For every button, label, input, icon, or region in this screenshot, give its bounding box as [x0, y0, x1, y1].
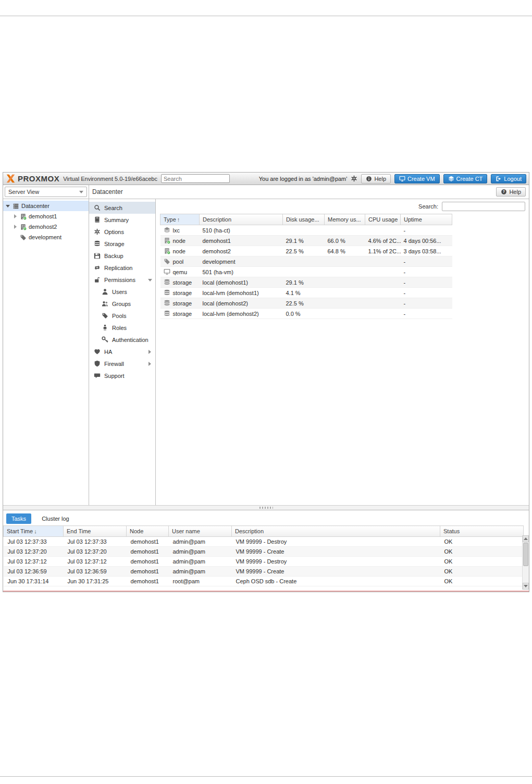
expander-icon[interactable]: [13, 214, 18, 218]
column-header-description[interactable]: Description: [200, 214, 283, 225]
resource-row-local-lvm-demohost1[interactable]: storage local-lvm (demohost1) 4.1 % -: [160, 288, 452, 298]
resource-row-demohost2[interactable]: node demohost2 22.5 % 64.8 % 1.1% of 2C.…: [160, 246, 452, 256]
column-header-disk-usage[interactable]: Disk usage...: [283, 214, 325, 225]
storage-icon: [94, 240, 101, 247]
column-header-node[interactable]: Node: [127, 526, 169, 537]
roles-icon: [102, 324, 108, 331]
page-bottom-rule: [0, 776, 532, 777]
resource-row-demohost1[interactable]: node demohost1 29.1 % 66.0 % 4.6% of 2C.…: [160, 236, 452, 246]
tasks-panel: TasksCluster log Start Time↓ End Time No…: [3, 510, 529, 592]
global-search-input[interactable]: [161, 174, 230, 183]
nav-item-backup[interactable]: Backup: [89, 250, 155, 262]
nav-item-users[interactable]: Users: [89, 286, 155, 298]
create-ct-button[interactable]: Create CT: [443, 174, 488, 183]
node-icon: [164, 248, 170, 254]
resource-table-header: Type↑ Description Disk usage... Memory u…: [160, 214, 452, 225]
tree-item-datacenter[interactable]: Datacenter: [3, 201, 89, 211]
backup-icon: [94, 252, 101, 259]
sort-ascending-icon: ↑: [177, 216, 180, 223]
panel-title-bar: Datacenter ? Help: [89, 185, 529, 199]
column-header-cpu-usage[interactable]: CPU usage: [365, 214, 401, 225]
svg-text:?: ?: [503, 190, 505, 194]
task-row[interactable]: Jul 03 12:36:59 Jul 03 12:36:59 demohost…: [4, 567, 524, 577]
nav-item-summary[interactable]: Summary: [89, 214, 155, 226]
resource-row-501-ha-vm[interactable]: qemu 501 (ha-vm) -: [160, 267, 452, 277]
datacenter-panel: Datacenter ? Help Search Summary: [89, 185, 529, 505]
tasks-scrollbar[interactable]: [522, 535, 529, 590]
column-header-description[interactable]: Description: [232, 526, 440, 537]
resource-row-local-lvm-demohost2[interactable]: storage local-lvm (demohost2) 0.0 % -: [160, 309, 452, 319]
scrollbar-thumb[interactable]: [523, 543, 528, 566]
column-header-type[interactable]: Type↑: [160, 214, 200, 225]
page-top-rule: [0, 16, 532, 16]
tasks-table-header: Start Time↓ End Time Node User name Desc…: [4, 526, 524, 537]
main-area: Server View Datacenter demohost1: [3, 185, 529, 505]
nav-item-support[interactable]: Support: [89, 370, 155, 382]
login-status-text: You are logged in as 'admin@pam': [259, 176, 348, 182]
datacenter-icon: [13, 203, 19, 210]
tree-item-demohost1[interactable]: demohost1: [3, 211, 89, 222]
tree-item-demohost2[interactable]: demohost2: [3, 222, 89, 232]
horizontal-splitter[interactable]: [3, 505, 529, 510]
resource-row-development[interactable]: pool development -: [160, 256, 452, 267]
nav-item-roles[interactable]: Roles: [89, 322, 155, 334]
node-icon: [164, 237, 170, 244]
nav-item-pools[interactable]: Pools: [89, 310, 155, 322]
scroll-down-button[interactable]: [523, 583, 529, 590]
gear-icon[interactable]: [351, 175, 357, 182]
nav-item-groups[interactable]: Groups: [89, 298, 155, 310]
search-icon: [94, 204, 101, 211]
nav-item-permissions[interactable]: Permissions: [89, 274, 155, 286]
column-header-memory-usage[interactable]: Memory us...: [325, 214, 365, 225]
resource-search-input[interactable]: [442, 202, 525, 211]
nav-item-replication[interactable]: Replication: [89, 262, 155, 274]
nav-item-options[interactable]: Options: [89, 226, 155, 238]
ha-icon: [94, 348, 101, 355]
sort-descending-icon: ↓: [34, 528, 37, 534]
scroll-up-button[interactable]: [523, 535, 529, 542]
nav-item-storage[interactable]: Storage: [89, 238, 155, 250]
column-header-end-time[interactable]: End Time: [64, 526, 127, 537]
column-header-status[interactable]: Status: [440, 526, 524, 537]
groups-icon: [102, 300, 108, 307]
nav-item-authentication[interactable]: Authentication: [89, 334, 155, 346]
column-header-uptime[interactable]: Uptime: [401, 214, 452, 225]
column-header-start-time[interactable]: Start Time↓: [4, 526, 64, 537]
storage-icon: [164, 279, 170, 286]
expander-icon[interactable]: [13, 225, 18, 229]
help-button[interactable]: Help: [361, 174, 391, 183]
nav-item-firewall[interactable]: Firewall: [89, 358, 155, 370]
cube-icon: [448, 176, 454, 182]
create-vm-button[interactable]: Create VM: [394, 174, 440, 183]
resource-row-local-demohost1[interactable]: storage local (demohost1) 29.1 % -: [160, 277, 452, 288]
splitter-grip-icon[interactable]: [259, 507, 273, 509]
support-icon: [94, 372, 101, 379]
pool-icon: [20, 234, 27, 241]
tasks-table: Start Time↓ End Time Node User name Desc…: [3, 525, 524, 586]
storage-icon: [164, 289, 170, 296]
resource-row-local-demohost2[interactable]: storage local (demohost2) 22.5 % -: [160, 298, 452, 309]
nav-item-ha[interactable]: HA: [89, 346, 155, 358]
task-row[interactable]: Jul 03 12:37:20 Jul 03 12:37:20 demohost…: [4, 547, 524, 557]
resource-table: Type↑ Description Disk usage... Memory u…: [160, 214, 452, 319]
task-row[interactable]: Jun 30 17:31:14 Jun 30 17:31:25 demohost…: [4, 577, 524, 586]
view-selector[interactable]: Server View: [5, 187, 87, 197]
search-content: Search: Type↑ Description Disk usage... …: [156, 199, 529, 505]
resource-row-510-ha-ct[interactable]: lxc 510 (ha-ct) -: [160, 225, 452, 236]
expander-icon[interactable]: [5, 205, 10, 207]
tab-tasks[interactable]: Tasks: [6, 513, 31, 524]
info-icon: [366, 176, 372, 182]
column-header-user-name[interactable]: User name: [169, 526, 232, 537]
task-row[interactable]: Jul 03 12:37:33 Jul 03 12:37:33 demohost…: [4, 537, 524, 547]
qemu-icon: [164, 268, 170, 275]
scrollbar-track[interactable]: [523, 542, 529, 583]
logout-button[interactable]: Logout: [491, 174, 526, 183]
datacenter-nav-menu: Search Summary Options Storage B: [89, 199, 156, 505]
tab-cluster-log[interactable]: Cluster log: [36, 513, 75, 524]
logo-text: PROXMOX: [18, 174, 59, 183]
task-row[interactable]: Jul 03 12:37:12 Jul 03 12:37:12 demohost…: [4, 557, 524, 567]
proxmox-x-icon: [6, 174, 16, 183]
tree-item-development[interactable]: development: [3, 232, 89, 242]
panel-help-button[interactable]: ? Help: [496, 187, 526, 197]
nav-item-search[interactable]: Search: [89, 202, 155, 214]
